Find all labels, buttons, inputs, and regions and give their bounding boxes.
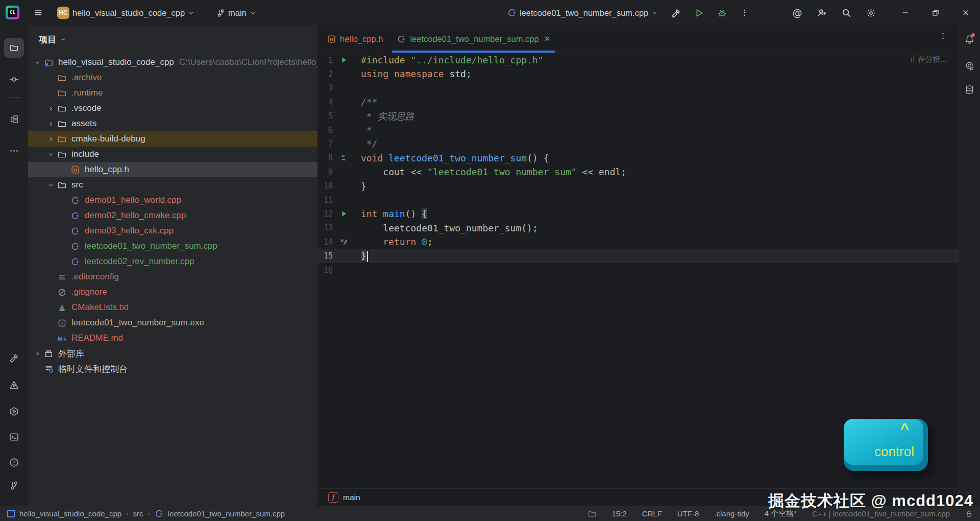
tree-item[interactable]: cmake-build-debug <box>28 131 317 147</box>
tree-item[interactable]: .vscode <box>28 101 317 116</box>
git-toolwindow-button[interactable] <box>4 476 24 495</box>
editorconfig-icon <box>58 273 68 281</box>
run-button[interactable] <box>689 4 708 21</box>
commit-toolwindow-button[interactable] <box>4 69 24 89</box>
settings-button[interactable] <box>861 4 880 21</box>
code-line[interactable]: 10} <box>317 179 958 193</box>
search-everywhere-button[interactable] <box>837 4 856 21</box>
run-gutter-icon[interactable] <box>337 210 350 218</box>
tree-item[interactable]: src <box>28 177 317 193</box>
chevron-down-icon[interactable] <box>34 58 44 66</box>
chevron-down-icon[interactable] <box>47 150 58 158</box>
ai-assistant-button[interactable] <box>960 57 979 76</box>
editor-gutter: 14 <box>317 235 357 249</box>
code-line[interactable]: 2using namespace std; <box>317 67 958 81</box>
notifications-button[interactable] <box>960 30 979 49</box>
more-toolwindows-button[interactable] <box>4 141 24 161</box>
tree-item[interactable]: assets <box>28 116 317 131</box>
ai-mention-button[interactable]: @ <box>788 4 807 21</box>
tree-item[interactable]: .editorconfig <box>28 269 317 285</box>
close-button[interactable] <box>950 0 980 25</box>
tree-item[interactable]: leetcode01_two_number_sum.cpp <box>28 239 317 254</box>
breadcrumb-item[interactable]: src <box>133 509 143 518</box>
code-line[interactable]: 6 * <box>317 123 958 137</box>
code-line[interactable]: 12int main() { <box>317 207 958 221</box>
tree-item-label: 外部库 <box>58 348 84 360</box>
statusbar-widget[interactable]: .clang-tidy <box>714 509 749 518</box>
debug-button[interactable] <box>712 4 731 21</box>
structure-toolwindow-button[interactable] <box>4 109 24 129</box>
main-menu-button[interactable] <box>30 4 47 21</box>
database-toolwindow-button[interactable] <box>960 80 979 99</box>
tree-item[interactable]: demo01_hello_world.cpp <box>28 193 317 208</box>
project-widget[interactable]: HC hello_visual_studio_code_cpp <box>53 4 199 21</box>
problems-toolwindow-button[interactable] <box>4 453 24 472</box>
tab-close-icon[interactable]: ✕ <box>544 34 551 43</box>
more-actions-button[interactable] <box>735 4 754 21</box>
cmake-toolwindow-button[interactable] <box>4 375 24 395</box>
chevron-down-icon <box>60 36 66 42</box>
statusbar-widget[interactable]: 15:2 <box>611 509 626 518</box>
services-toolwindow-button[interactable] <box>4 401 24 421</box>
tree-item[interactable]: .archive <box>28 70 317 85</box>
tree-item[interactable]: 外部库 <box>28 346 317 361</box>
project-toolwindow-button[interactable] <box>4 38 24 58</box>
breadcrumb-separator: › <box>126 510 128 517</box>
chevron-right-icon[interactable] <box>47 104 58 112</box>
tree-item[interactable]: .runtime <box>28 85 317 101</box>
editor-gutter: 4 <box>317 95 357 109</box>
tree-item-label: CMakeLists.txt <box>71 302 128 313</box>
breadcrumb-item[interactable]: hello_visual_studio_code_cpp <box>19 509 121 518</box>
edit-gutter-icon[interactable] <box>337 238 350 246</box>
code-line[interactable]: 13 leetcode01_two_number_sum(); <box>317 221 958 235</box>
folder-icon[interactable] <box>588 510 596 518</box>
chevron-right-icon[interactable] <box>34 349 44 358</box>
tree-item[interactable]: MREADME.md <box>28 330 317 346</box>
code-line[interactable]: 5 * 实现思路 <box>317 109 958 123</box>
tree-item[interactable]: demo02_hello_cmake.cpp <box>28 208 317 223</box>
code-line[interactable]: 8void leetcode01_two_number_sum() { <box>317 151 958 165</box>
terminal-toolwindow-button[interactable] <box>4 427 24 447</box>
breadcrumb-item[interactable]: leetcode01_two_number_sum.cpp <box>168 509 285 518</box>
code-line[interactable]: 9 cout << "leetcode01_two_number_sum" <<… <box>317 165 958 179</box>
code-line[interactable]: 15} <box>317 249 958 263</box>
nav-gutter-icon[interactable] <box>337 154 350 162</box>
tree-item[interactable]: leetcode02_rev_number.cpp <box>28 254 317 269</box>
project-panel-header[interactable]: 项目 <box>28 25 317 54</box>
restore-button[interactable] <box>920 0 950 25</box>
tree-item[interactable]: .gitignore <box>28 285 317 300</box>
build-button[interactable] <box>666 4 685 21</box>
tree-item[interactable]: Hhello_cpp.h <box>28 162 317 177</box>
build-toolwindow-button[interactable] <box>4 348 24 368</box>
chevron-right-icon[interactable] <box>47 120 58 128</box>
tree-item[interactable]: ?leetcode01_two_number_sum.exe <box>28 315 317 330</box>
tree-item[interactable]: demo03_hello_cxk.cpp <box>28 223 317 239</box>
git-branch-widget[interactable]: main <box>212 4 260 21</box>
code-line[interactable]: 4/** <box>317 95 958 109</box>
run-gutter-icon[interactable] <box>337 56 350 64</box>
chevron-down-icon[interactable] <box>47 181 58 189</box>
statusbar-widget[interactable]: UTF-8 <box>677 509 699 518</box>
tree-item[interactable]: 临时文件和控制台 <box>28 361 317 376</box>
editor-tab[interactable]: Hhello_cpp.h <box>320 25 390 53</box>
code-line[interactable]: 1#include "../include/hello_cpp.h" <box>317 53 958 67</box>
code-line[interactable]: 7 */ <box>317 137 958 151</box>
tree-item[interactable]: include <box>28 147 317 162</box>
chevron-spacer <box>47 273 58 281</box>
code-with-me-button[interactable] <box>812 4 831 21</box>
editor-tab[interactable]: leetcode01_two_number_sum.cpp✕ <box>390 25 557 53</box>
code-line[interactable]: 11 <box>317 193 958 207</box>
h-file-icon: H <box>327 35 336 43</box>
run-configuration-selector[interactable]: leetcode01_two_number_sum.cpp <box>503 4 662 21</box>
statusbar-widget[interactable]: CRLF <box>642 509 662 518</box>
code-line[interactable]: 16 <box>317 263 958 277</box>
code-line[interactable]: 3 <box>317 81 958 95</box>
tree-item[interactable]: CMakeLists.txt <box>28 300 317 315</box>
editor-gutter: 2 <box>317 67 357 81</box>
tree-item[interactable]: hello_visual_studio_code_cppC:\Users\cao… <box>28 55 317 70</box>
code-line[interactable]: 14 return 0; <box>317 235 958 249</box>
code-editor[interactable]: 1#include "../include/hello_cpp.h"2using… <box>317 53 958 277</box>
minimize-button[interactable] <box>890 0 920 25</box>
chevron-right-icon[interactable] <box>47 135 58 143</box>
tab-options-button[interactable] <box>939 32 947 40</box>
